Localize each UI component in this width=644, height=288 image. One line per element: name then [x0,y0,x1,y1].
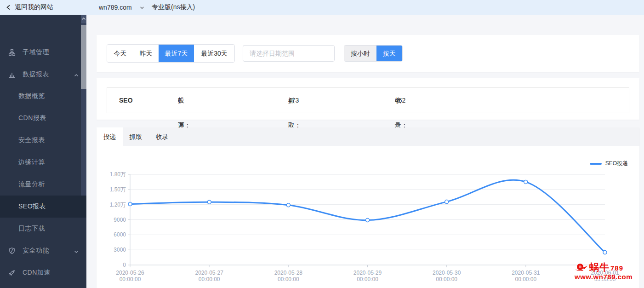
chevron-up-icon [74,72,79,77]
watermark-brand: 蜗牛 [589,262,610,272]
sidebar-item-label: 边缘计算 [18,158,45,167]
sidebar-item-label: 安全功能 [23,247,49,255]
svg-text:9000: 9000 [114,217,126,223]
filters-card: 今天 昨天 最近7天 最近30天 按小时 按天 [97,35,639,72]
range-today-button[interactable]: 今天 [107,45,133,62]
sidebar: 子域管理 数据报表 数据概览 CDN报表 安全报表 边缘计算 流量分析 SEO报… [0,15,86,288]
bar-chart-icon [8,71,16,78]
scrollbar-up-button[interactable] [81,15,86,23]
by-hour-toggle[interactable]: 按小时 [344,46,376,61]
sidebar-item-cdn-acceleration[interactable]: CDN加速 [0,262,86,284]
sidebar-item-edge-compute[interactable]: 边缘计算 [0,151,86,173]
seo-line-chart: 03000600090001.20万1.50万1.80万2020-05-2600… [97,146,639,288]
by-day-toggle[interactable]: 按天 [376,46,402,61]
sidebar-item-label: 数据报表 [23,70,49,79]
watermark: 蜗牛 789 www.wn789.com [575,262,633,280]
sidebar-item-security-report[interactable]: 安全报表 [0,129,86,151]
svg-text:1.80万: 1.80万 [110,171,126,178]
sitemap-icon [8,49,16,56]
sidebar-item-subdomain[interactable]: 子域管理 [0,41,86,63]
sidebar-item-data-overview[interactable]: 数据概览 [0,85,86,107]
sidebar-item-label: CDN加速 [23,269,51,277]
sidebar-item-traffic-analysis[interactable]: 流量分析 [0,173,86,196]
sidebar-item-label: 流量分析 [18,180,45,189]
sidebar-item-label: SEO报表 [18,202,46,211]
plan-label: 专业版(ns接入) [152,0,195,15]
date-range-input[interactable] [243,45,335,62]
topbar: 返回我的网站 wn789.com 专业版(ns接入) [0,0,644,15]
snail-logo-icon [575,262,588,272]
range-last30days-button[interactable]: 最近30天 [194,45,234,62]
quick-range-group: 今天 昨天 最近7天 最近30天 [107,44,235,63]
watermark-url: www.wn789.com [575,273,633,280]
sidebar-item-log-download[interactable]: 日志下载 [0,218,86,240]
back-label: 返回我的网站 [15,3,53,12]
chart-tabs: 投递 抓取 收录 [97,127,639,146]
chevron-up-icon [81,17,86,21]
chevron-down-icon[interactable] [139,5,145,12]
seo-summary-card: SEO 投递：8万 抓取：473 收录：462 [97,78,639,120]
legend-label: SEO投递 [605,160,628,167]
chart-legend[interactable]: SEO投递 [590,160,628,167]
site-selector[interactable]: wn789.com [99,0,132,15]
svg-text:0: 0 [123,262,126,268]
range-yesterday-button[interactable]: 昨天 [133,45,159,62]
svg-text:2020-05-3000:00:00: 2020-05-3000:00:00 [433,270,461,282]
svg-text:3000: 3000 [114,247,126,253]
shield-icon [8,247,16,254]
svg-text:2020-05-2900:00:00: 2020-05-2900:00:00 [353,270,382,282]
granularity-toggle: 按小时 按天 [344,45,403,62]
sidebar-item-seo-report[interactable]: SEO报表 [0,196,86,218]
svg-text:1.50万: 1.50万 [110,186,126,193]
back-to-sites-button[interactable]: 返回我的网站 [6,0,53,15]
scrollbar-thumb[interactable] [81,25,86,89]
svg-text:6000: 6000 [114,231,126,238]
seo-summary-box: SEO 投递：8万 抓取：473 收录：462 [107,87,629,113]
range-last7days-button[interactable]: 最近7天 [159,45,194,62]
watermark-brand-number: 789 [610,265,623,272]
chevron-down-icon [74,248,79,253]
sidebar-item-label: CDN报表 [18,114,46,122]
legend-line-marker [590,163,602,165]
main-content: 今天 昨天 最近7天 最近30天 按小时 按天 SEO 投递：8万 抓取：473… [86,15,644,288]
sidebar-item-label: 数据概览 [18,92,45,100]
sidebar-item-label: 安全报表 [18,136,45,144]
svg-text:2020-05-2600:00:00: 2020-05-2600:00:00 [116,270,144,282]
site-domain: wn789.com [99,4,132,11]
sidebar-item-reports[interactable]: 数据报表 [0,63,86,86]
chevron-left-icon [6,4,11,11]
svg-text:2020-05-3100:00:00: 2020-05-3100:00:00 [512,270,540,282]
sidebar-item-label: 日志下载 [18,225,45,233]
svg-text:1.20万: 1.20万 [110,202,126,208]
svg-text:2020-05-2800:00:00: 2020-05-2800:00:00 [274,270,303,282]
seo-title: SEO [119,88,133,113]
tab-submitted[interactable]: 投递 [97,127,123,146]
tab-indexed[interactable]: 收录 [149,127,175,146]
sidebar-item-label: 子域管理 [23,48,49,57]
tab-crawled[interactable]: 抓取 [123,127,149,146]
chart-card: 投递 抓取 收录 SEO投递 03000600090001.20万1.50万1.… [97,127,639,288]
sidebar-item-cdn-report[interactable]: CDN报表 [0,107,86,129]
sidebar-item-security-features[interactable]: 安全功能 [0,240,86,262]
rocket-icon [8,269,16,276]
svg-text:2020-05-2700:00:00: 2020-05-2700:00:00 [195,270,223,282]
sidebar-scrollbar[interactable] [81,15,86,196]
